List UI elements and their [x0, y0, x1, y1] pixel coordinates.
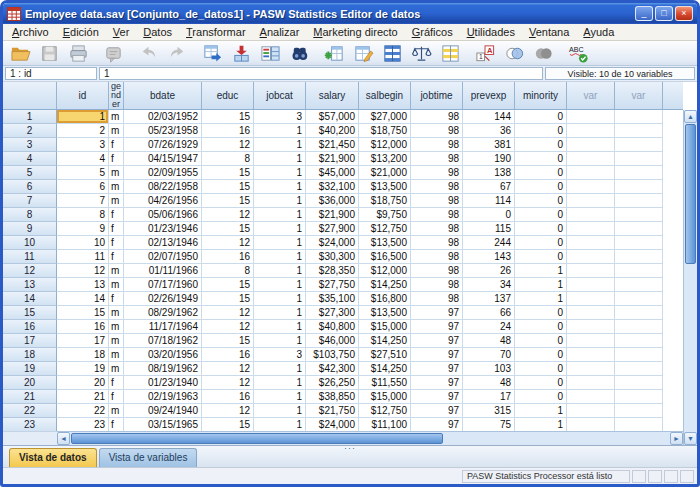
cell-r5-minority[interactable]: 0 [515, 166, 567, 180]
cell-r14-jobtime[interactable]: 98 [411, 292, 463, 306]
cell-r8-salbegin[interactable]: $9,750 [359, 208, 411, 222]
cell-r22-salary[interactable]: $21,750 [306, 404, 359, 418]
cell-r7-jobtime[interactable]: 98 [411, 194, 463, 208]
cell-r10-jobcat[interactable]: 1 [254, 236, 306, 250]
cell-r20-educ[interactable]: 12 [202, 376, 254, 390]
cell-r3-jobtime[interactable]: 98 [411, 138, 463, 152]
scroll-left-button[interactable]: ◄ [57, 432, 70, 445]
cell-r1-salary[interactable]: $57,000 [306, 110, 359, 124]
cell-r17-var[interactable] [615, 334, 663, 348]
cell-r13-gender[interactable]: m [109, 278, 124, 292]
cell-r9-educ[interactable]: 15 [202, 222, 254, 236]
cell-r15-salary[interactable]: $27,300 [306, 306, 359, 320]
cell-r23-id[interactable]: 23 [57, 418, 109, 431]
cell-r4-gender[interactable]: f [109, 152, 124, 166]
cell-r2-jobtime[interactable]: 98 [411, 124, 463, 138]
cell-r3-var[interactable] [567, 138, 615, 152]
cell-r16-gender[interactable]: m [109, 320, 124, 334]
row-header-1[interactable]: 1 [3, 110, 57, 124]
cell-r23-gender[interactable]: f [109, 418, 124, 431]
cell-r3-jobcat[interactable]: 1 [254, 138, 306, 152]
menu-item-ayuda[interactable]: Ayuda [576, 25, 621, 39]
menu-item-utilidades[interactable]: Utilidades [460, 25, 522, 39]
cell-r6-educ[interactable]: 15 [202, 180, 254, 194]
column-header-var-11[interactable]: var [615, 82, 663, 110]
cell-r17-salbegin[interactable]: $14,250 [359, 334, 411, 348]
cell-r16-id[interactable]: 16 [57, 320, 109, 334]
cell-r22-gender[interactable]: m [109, 404, 124, 418]
cell-r14-prevexp[interactable]: 137 [463, 292, 515, 306]
menu-item-edici-n[interactable]: Edición [56, 25, 106, 39]
row-header-6[interactable]: 6 [3, 180, 57, 194]
row-header-2[interactable]: 2 [3, 124, 57, 138]
cell-r15-var[interactable] [615, 306, 663, 320]
cell-r14-var[interactable] [567, 292, 615, 306]
cell-r20-var[interactable] [615, 376, 663, 390]
cell-r23-salbegin[interactable]: $11,100 [359, 418, 411, 431]
cell-r19-var[interactable] [615, 362, 663, 376]
cell-r12-salbegin[interactable]: $12,000 [359, 264, 411, 278]
cell-r13-prevexp[interactable]: 34 [463, 278, 515, 292]
row-header-5[interactable]: 5 [3, 166, 57, 180]
cell-r9-gender[interactable]: f [109, 222, 124, 236]
cell-r12-bdate[interactable]: 01/11/1966 [124, 264, 202, 278]
cell-r12-id[interactable]: 12 [57, 264, 109, 278]
scroll-up-button[interactable]: ▲ [684, 110, 697, 123]
cell-r1-educ[interactable]: 15 [202, 110, 254, 124]
cell-r14-minority[interactable]: 1 [515, 292, 567, 306]
cell-r19-bdate[interactable]: 08/19/1962 [124, 362, 202, 376]
cell-r9-salbegin[interactable]: $12,750 [359, 222, 411, 236]
cell-r6-id[interactable]: 6 [57, 180, 109, 194]
select-cases-button[interactable] [436, 42, 465, 65]
spell-check-button[interactable]: ABC [564, 42, 593, 65]
cell-r9-id[interactable]: 9 [57, 222, 109, 236]
cell-r4-minority[interactable]: 0 [515, 152, 567, 166]
cell-r15-id[interactable]: 15 [57, 306, 109, 320]
cell-r15-minority[interactable]: 0 [515, 306, 567, 320]
column-header-id-0[interactable]: id [57, 82, 109, 110]
cell-r19-var[interactable] [567, 362, 615, 376]
cell-r2-minority[interactable]: 0 [515, 124, 567, 138]
cell-r20-salbegin[interactable]: $11,550 [359, 376, 411, 390]
cell-r4-bdate[interactable]: 04/15/1947 [124, 152, 202, 166]
cell-r10-var[interactable] [615, 236, 663, 250]
cell-r18-bdate[interactable]: 03/20/1956 [124, 348, 202, 362]
cell-r23-jobtime[interactable]: 97 [411, 418, 463, 431]
cell-r2-var[interactable] [615, 124, 663, 138]
cell-r22-var[interactable] [615, 404, 663, 418]
cell-r21-gender[interactable]: f [109, 390, 124, 404]
cell-r7-salary[interactable]: $36,000 [306, 194, 359, 208]
cell-r14-gender[interactable]: f [109, 292, 124, 306]
menu-item-transformar[interactable]: Transformar [179, 25, 253, 39]
cell-r21-salary[interactable]: $38,850 [306, 390, 359, 404]
cell-r15-bdate[interactable]: 08/29/1962 [124, 306, 202, 320]
cell-r13-jobtime[interactable]: 98 [411, 278, 463, 292]
cell-r9-minority[interactable]: 0 [515, 222, 567, 236]
cell-r22-prevexp[interactable]: 315 [463, 404, 515, 418]
cell-r8-jobtime[interactable]: 98 [411, 208, 463, 222]
cell-r9-bdate[interactable]: 01/23/1946 [124, 222, 202, 236]
cell-r11-var[interactable] [615, 250, 663, 264]
cell-r3-var[interactable] [615, 138, 663, 152]
cell-r17-gender[interactable]: m [109, 334, 124, 348]
cell-r6-jobcat[interactable]: 1 [254, 180, 306, 194]
cell-r16-jobtime[interactable]: 97 [411, 320, 463, 334]
row-header-21[interactable]: 21 [3, 390, 57, 404]
cell-r23-minority[interactable]: 1 [515, 418, 567, 431]
cell-r4-var[interactable] [567, 152, 615, 166]
cell-r11-salary[interactable]: $30,300 [306, 250, 359, 264]
cell-r19-educ[interactable]: 12 [202, 362, 254, 376]
open-file-button[interactable] [6, 42, 35, 65]
cell-r10-jobtime[interactable]: 98 [411, 236, 463, 250]
use-variable-sets-button[interactable] [500, 42, 529, 65]
cell-r2-educ[interactable]: 16 [202, 124, 254, 138]
cell-r20-var[interactable] [567, 376, 615, 390]
cell-r19-prevexp[interactable]: 103 [463, 362, 515, 376]
cell-r5-prevexp[interactable]: 138 [463, 166, 515, 180]
cell-r11-minority[interactable]: 0 [515, 250, 567, 264]
cell-r14-bdate[interactable]: 02/26/1949 [124, 292, 202, 306]
cell-r21-jobcat[interactable]: 1 [254, 390, 306, 404]
horizontal-scroll-thumb[interactable] [71, 433, 443, 444]
split-file-button[interactable] [378, 42, 407, 65]
cell-r3-salbegin[interactable]: $12,000 [359, 138, 411, 152]
